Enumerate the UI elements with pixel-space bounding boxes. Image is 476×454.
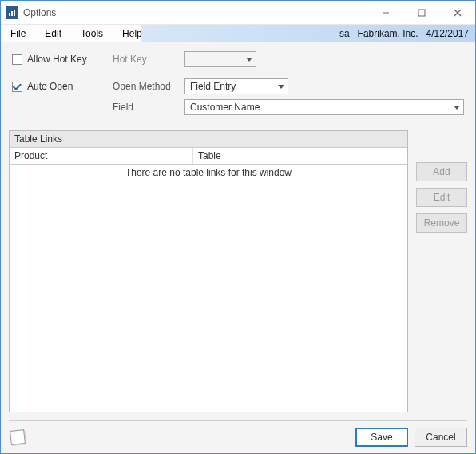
titlebar: Options: [1, 1, 475, 25]
hot-key-combo[interactable]: [184, 51, 256, 67]
menu-file[interactable]: File: [1, 25, 35, 42]
open-method-combo[interactable]: Field Entry: [184, 78, 288, 94]
chevron-down-icon: [454, 106, 460, 110]
window-title: Options: [23, 7, 56, 18]
allow-hot-key-label: Allow Hot Key: [27, 54, 87, 65]
menubar: File Edit Tools Help sa Fabrikam, Inc. 4…: [1, 25, 475, 42]
remove-button[interactable]: Remove: [416, 213, 467, 233]
svg-rect-3: [14, 10, 15, 16]
add-button[interactable]: Add: [416, 162, 467, 181]
status-date: 4/12/2017: [426, 28, 469, 39]
save-button[interactable]: Save: [355, 428, 408, 447]
svg-rect-1: [9, 13, 10, 16]
close-button[interactable]: [439, 1, 475, 24]
field-value: Customer Name: [190, 102, 260, 113]
table-links-title: Table Links: [10, 131, 407, 148]
menu-help[interactable]: Help: [113, 25, 152, 42]
cancel-button[interactable]: Cancel: [415, 428, 467, 447]
svg-rect-2: [11, 11, 13, 16]
note-icon[interactable]: [10, 429, 26, 445]
maximize-button[interactable]: [403, 1, 439, 24]
field-label: Field: [113, 102, 184, 113]
field-combo[interactable]: Customer Name: [184, 99, 464, 115]
status-user: sa: [339, 28, 350, 39]
allow-hot-key-checkbox[interactable]: [12, 54, 22, 65]
chevron-down-icon: [246, 58, 252, 62]
auto-open-checkbox[interactable]: [12, 82, 22, 92]
column-spacer: [383, 148, 407, 164]
auto-open-label: Auto Open: [27, 81, 73, 92]
table-links-header: Product Table: [10, 148, 407, 165]
open-method-label: Open Method: [113, 81, 184, 92]
column-table[interactable]: Table: [193, 148, 383, 164]
open-method-value: Field Entry: [190, 81, 236, 92]
edit-button[interactable]: Edit: [416, 188, 467, 207]
status-company: Fabrikam, Inc.: [358, 28, 418, 39]
status-info: sa Fabrikam, Inc. 4/12/2017: [339, 25, 475, 42]
table-links-empty: There are no table links for this window: [10, 167, 407, 178]
table-links-grid: Table Links Product Table There are no t…: [9, 130, 408, 412]
table-links-body[interactable]: There are no table links for this window: [10, 165, 407, 412]
hot-key-label: Hot Key: [113, 54, 184, 65]
column-product[interactable]: Product: [10, 148, 193, 164]
chevron-down-icon: [278, 85, 284, 89]
minimize-button[interactable]: [367, 1, 403, 24]
menu-tools[interactable]: Tools: [71, 25, 113, 42]
menu-edit[interactable]: Edit: [35, 25, 71, 42]
svg-rect-5: [418, 10, 425, 16]
app-icon: [6, 6, 18, 19]
